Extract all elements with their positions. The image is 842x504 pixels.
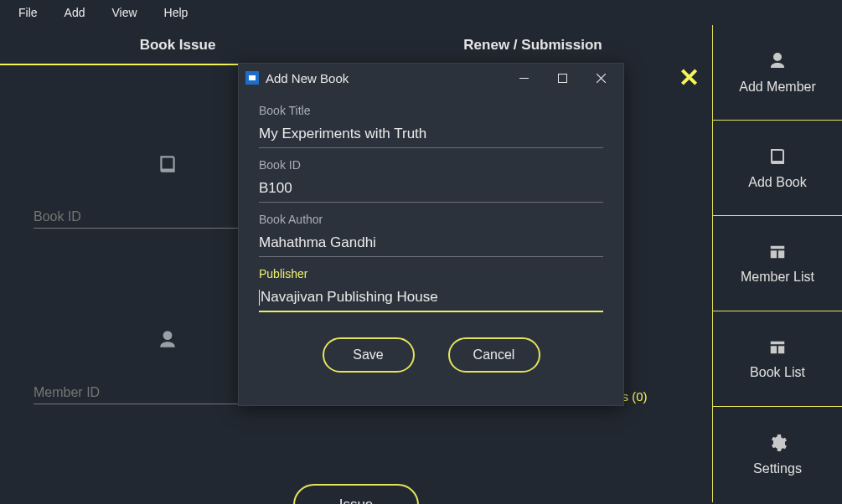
book-id-input[interactable] [34,206,243,229]
sidebar-member-list[interactable]: Member List [713,216,842,311]
tab-renew-submission[interactable]: Renew / Submission [355,25,710,65]
minimize-button[interactable] [504,65,543,90]
person-icon [767,51,788,71]
tab-bar: Book Issue Renew / Submission [0,25,710,65]
book-title-input[interactable]: My Experiments with Truth [259,122,603,148]
close-icon[interactable]: ✕ [679,63,700,92]
publisher-label: Publisher [259,267,603,280]
member-id-input[interactable] [34,382,243,404]
table-icon [767,338,788,357]
dialog-body: Book Title My Experiments with Truth Boo… [239,92,623,384]
sidebar-book-list[interactable]: Book List [713,311,842,407]
gear-icon [767,433,788,453]
dialog-titlebar[interactable]: Add New Book [239,64,623,92]
sidebar-item-label: Book List [750,365,805,380]
book-author-label: Book Author [259,213,603,226]
sidebar-settings[interactable]: Settings [713,407,842,502]
save-button[interactable]: Save [323,337,415,373]
book-id-field[interactable]: B100 [259,177,603,203]
sidebar-add-book[interactable]: Add Book [713,121,842,216]
sidebar-item-label: Add Member [739,80,816,95]
sidebar-add-member[interactable]: Add Member [713,25,842,121]
book-title-label: Book Title [259,104,603,117]
maximize-button[interactable] [543,65,581,90]
menu-add[interactable]: Add [53,3,97,23]
menu-view[interactable]: View [100,3,148,23]
sidebar-item-label: Add Book [748,175,806,190]
book-id-label: Book ID [259,158,603,172]
close-button[interactable] [581,65,620,90]
minimize-icon [519,74,529,83]
table-icon [767,243,788,261]
sidebar-item-label: Settings [753,461,802,476]
svg-rect-1 [558,74,566,82]
menu-file[interactable]: File [7,3,49,23]
add-book-dialog: Add New Book Book Title My Experiments w… [238,63,624,406]
book-author-input[interactable]: Mahathma Gandhi [259,231,603,257]
cancel-button[interactable]: Cancel [448,337,540,373]
sidebar: Add Member Add Book Member List Book Lis… [712,25,842,502]
maximize-icon [558,74,567,83]
close-icon [597,74,606,83]
tab-book-issue[interactable]: Book Issue [0,25,355,65]
book-icon [767,147,788,167]
publisher-input[interactable]: Navajivan Publishing House [259,285,603,312]
sidebar-item-label: Member List [741,270,814,285]
menu-help[interactable]: Help [152,3,200,23]
dialog-title: Add New Book [266,71,504,85]
app-icon [245,71,259,85]
svg-rect-0 [519,78,529,79]
issue-button[interactable]: Issue [293,484,419,504]
menubar: File Add View Help [0,0,842,25]
